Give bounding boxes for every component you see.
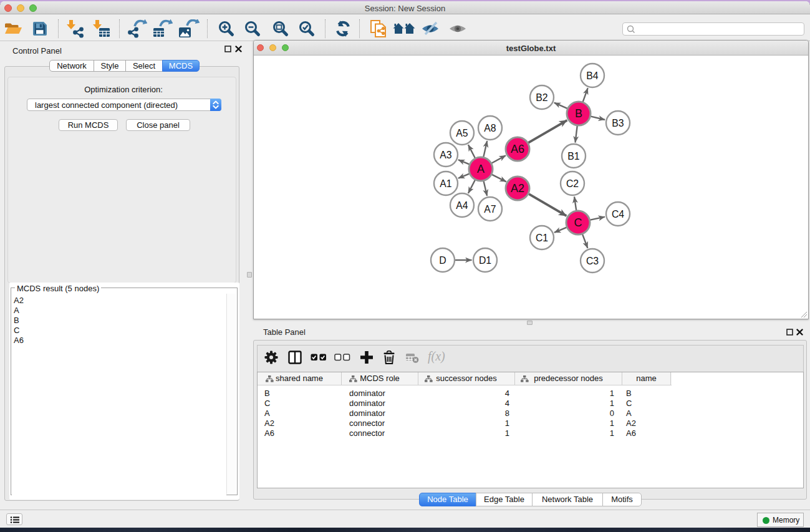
svg-text:D1: D1 xyxy=(479,255,491,266)
svg-text:C1: C1 xyxy=(536,233,548,243)
svg-text:A2: A2 xyxy=(511,182,524,195)
svg-text:B4: B4 xyxy=(586,70,599,81)
svg-text:B1: B1 xyxy=(567,151,580,162)
svg-text:A6: A6 xyxy=(511,143,524,155)
svg-text:A: A xyxy=(477,163,485,175)
svg-text:A5: A5 xyxy=(456,128,468,138)
svg-text:B2: B2 xyxy=(536,92,547,103)
svg-text:f(x): f(x) xyxy=(428,351,445,364)
svg-text:C: C xyxy=(574,216,582,229)
svg-text:A7: A7 xyxy=(484,204,496,215)
svg-text:A3: A3 xyxy=(440,150,452,160)
svg-text:C2: C2 xyxy=(566,178,579,189)
svg-text:C4: C4 xyxy=(612,209,624,220)
svg-text:A8: A8 xyxy=(484,123,496,133)
svg-text:A1: A1 xyxy=(440,178,452,189)
svg-text:C3: C3 xyxy=(586,256,599,266)
svg-text:D: D xyxy=(439,255,446,266)
svg-text:B: B xyxy=(575,107,582,120)
svg-text:A4: A4 xyxy=(456,200,468,211)
svg-text:B3: B3 xyxy=(612,118,624,128)
